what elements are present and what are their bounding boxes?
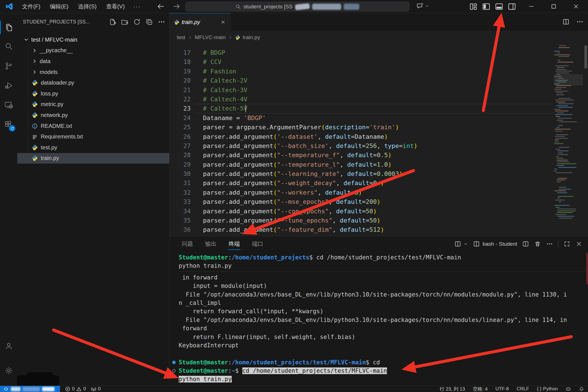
code-line-28[interactable]: 28parser.add_argument("--temperature_f",… bbox=[169, 150, 588, 160]
code-line-29[interactable]: 29parser.add_argument("--temperature_l",… bbox=[169, 160, 588, 169]
sidebar-item-extensions[interactable] bbox=[0, 116, 17, 133]
minimize-button[interactable] bbox=[520, 0, 542, 13]
code-line-30[interactable]: 30parser.add_argument("--learning_rate",… bbox=[169, 169, 588, 178]
tree-item-test.py[interactable]: test.py bbox=[17, 142, 169, 153]
breadcrumb-item[interactable]: test bbox=[177, 34, 185, 40]
tab-train-py[interactable]: train.py bbox=[169, 13, 230, 31]
close-icon[interactable] bbox=[221, 20, 226, 25]
explorer-sidebar: STUDENT_PROJECTS [SS... test / MFLVC-mai… bbox=[17, 13, 169, 386]
forward-arrow-button[interactable] bbox=[173, 3, 180, 10]
sidebar-item-run-debug[interactable] bbox=[0, 77, 17, 94]
tree-item-Requirements.txt[interactable]: Requirements.txt bbox=[17, 131, 169, 142]
new-terminal-button[interactable] bbox=[454, 240, 461, 247]
more-actions-button[interactable] bbox=[158, 18, 165, 26]
menu-item[interactable]: 文件(F) bbox=[17, 0, 45, 13]
code-line-18[interactable]: 18# CCV bbox=[169, 57, 588, 66]
code-line-19[interactable]: 19# Fashion bbox=[169, 67, 588, 76]
redacted-text bbox=[295, 3, 310, 10]
eol-sequence[interactable]: CRLF bbox=[517, 386, 529, 392]
split-terminal-button[interactable] bbox=[522, 240, 529, 247]
toggle-sidebar-button[interactable] bbox=[482, 2, 491, 11]
customize-layout-button[interactable] bbox=[469, 2, 478, 11]
tree-item-loss.py[interactable]: loss.py bbox=[17, 88, 169, 99]
toggle-panel-button[interactable] bbox=[495, 2, 503, 11]
problems-status[interactable]: 0 0 bbox=[65, 386, 86, 392]
close-button[interactable] bbox=[565, 0, 587, 13]
code-text: parser = argparse.ArgumentParser(descrip… bbox=[203, 123, 399, 132]
code-line-35[interactable]: 35parser.add_argument("--tune_epochs", d… bbox=[169, 216, 588, 225]
encoding[interactable]: UTF-8 bbox=[495, 386, 509, 392]
collapse-all-button[interactable] bbox=[145, 18, 153, 26]
menu-overflow-button[interactable]: ··· bbox=[130, 3, 145, 10]
cursor-position[interactable]: 行 23, 列 13 bbox=[440, 386, 465, 392]
panel-tab-问题[interactable]: 问题 bbox=[177, 236, 198, 252]
maximize-button[interactable] bbox=[543, 0, 565, 13]
code-line-31[interactable]: 31parser.add_argument("--weight_decay", … bbox=[169, 178, 588, 188]
menu-item[interactable]: 查看(V) bbox=[101, 0, 130, 13]
terminal-output[interactable]: Student@master:/home/student_projects$ c… bbox=[169, 252, 586, 386]
tree-item-network.py[interactable]: network.py bbox=[17, 110, 169, 121]
code-line-32[interactable]: 32parser.add_argument("--workers", defau… bbox=[169, 188, 588, 197]
tree-item-data[interactable]: data bbox=[17, 56, 169, 67]
command-decoration-icon[interactable] bbox=[172, 369, 176, 372]
more-actions-button[interactable] bbox=[546, 240, 553, 247]
sidebar-item-source-control[interactable] bbox=[0, 57, 17, 75]
code-line-34[interactable]: 34parser.add_argument("--con_epochs", de… bbox=[169, 207, 588, 216]
command-center-search[interactable]: student_projects [SS bbox=[185, 2, 409, 11]
panel-tab-输出[interactable]: 输出 bbox=[200, 236, 221, 252]
indentation[interactable]: 空格: 4 bbox=[473, 386, 487, 392]
close-panel-button[interactable] bbox=[575, 240, 582, 247]
tree-item-metric.py[interactable]: metric.py bbox=[17, 99, 169, 110]
code-line-17[interactable]: 17# BDGP bbox=[169, 48, 588, 57]
sidebar-item-remote-explorer[interactable] bbox=[0, 96, 17, 114]
code-line-25[interactable]: 25parser = argparse.ArgumentParser(descr… bbox=[169, 123, 588, 132]
code-line-24[interactable]: 24Dataname = 'BDGP' bbox=[169, 113, 588, 123]
sidebar-item-search[interactable] bbox=[0, 37, 17, 55]
breadcrumb-item[interactable]: MFLVC-main bbox=[195, 34, 226, 40]
ports-status[interactable]: 0 bbox=[91, 386, 101, 392]
code-line-26[interactable]: 26parser.add_argument('--dataset', defau… bbox=[169, 132, 588, 141]
code-line-36[interactable]: 36parser.add_argument("--feature_dim", d… bbox=[169, 225, 588, 234]
remote-explorer-icon bbox=[4, 101, 13, 110]
code-line-20[interactable]: 20# Caltech-2V bbox=[169, 76, 588, 85]
toggle-secondary-sidebar-button[interactable] bbox=[508, 2, 516, 11]
command-decoration-icon[interactable] bbox=[172, 361, 176, 364]
notifications-button[interactable] bbox=[579, 386, 584, 392]
new-folder-button[interactable] bbox=[121, 18, 128, 26]
tree-item-test / MFLVC-main[interactable]: test / MFLVC-main bbox=[17, 34, 169, 45]
language-mode[interactable]: { } Python bbox=[537, 386, 558, 392]
code-line-23[interactable]: 23# Caltech-5V bbox=[169, 104, 588, 113]
code-line-33[interactable]: 33parser.add_argument("--mse_epochs", de… bbox=[169, 197, 588, 206]
editor-scrollbar[interactable] bbox=[584, 45, 587, 69]
settings-button[interactable] bbox=[0, 362, 17, 379]
code-line-27[interactable]: 27parser.add_argument('--batch_size', de… bbox=[169, 141, 588, 150]
menu-item[interactable]: 选择(S) bbox=[73, 0, 101, 13]
copilot-chat-button[interactable] bbox=[417, 2, 429, 9]
tree-item-README.txt[interactable]: README.txt bbox=[17, 121, 169, 132]
sidebar-item-explorer[interactable] bbox=[0, 18, 17, 36]
maximize-panel-button[interactable] bbox=[563, 240, 570, 247]
code-line-21[interactable]: 21# Caltech-3V bbox=[169, 85, 588, 95]
tree-item-models[interactable]: models bbox=[17, 67, 169, 78]
split-editor-button[interactable] bbox=[562, 18, 570, 25]
account-button[interactable] bbox=[0, 337, 17, 355]
chevron-down-icon[interactable] bbox=[463, 242, 468, 246]
tree-item-__pycache__[interactable]: __pycache__ bbox=[17, 45, 169, 56]
tree-item-dataloader.py[interactable]: dataloader.py bbox=[17, 77, 169, 88]
remote-indicator[interactable] bbox=[0, 386, 60, 392]
new-file-button[interactable] bbox=[109, 18, 116, 26]
panel-tab-端口[interactable]: 端口 bbox=[247, 236, 268, 252]
minimap[interactable] bbox=[554, 45, 583, 233]
back-arrow-button[interactable] bbox=[157, 3, 165, 10]
code-line-22[interactable]: 22# Caltech-4V bbox=[169, 95, 588, 104]
breadcrumb-item[interactable]: train.py bbox=[243, 34, 260, 40]
panel-tab-终端[interactable]: 终端 bbox=[224, 236, 245, 252]
tree-item-train.py[interactable]: train.py bbox=[17, 153, 169, 164]
copilot-status[interactable] bbox=[566, 386, 571, 392]
code-editor[interactable]: 17# BDGP18# CCV19# Fashion20# Caltech-2V… bbox=[169, 44, 588, 236]
terminal-list-item[interactable]: bash - Student bbox=[473, 240, 517, 247]
kill-terminal-button[interactable] bbox=[534, 240, 541, 247]
refresh-button[interactable] bbox=[133, 18, 141, 26]
more-actions-button[interactable] bbox=[576, 18, 584, 25]
menu-item[interactable]: 编辑(E) bbox=[45, 0, 73, 13]
